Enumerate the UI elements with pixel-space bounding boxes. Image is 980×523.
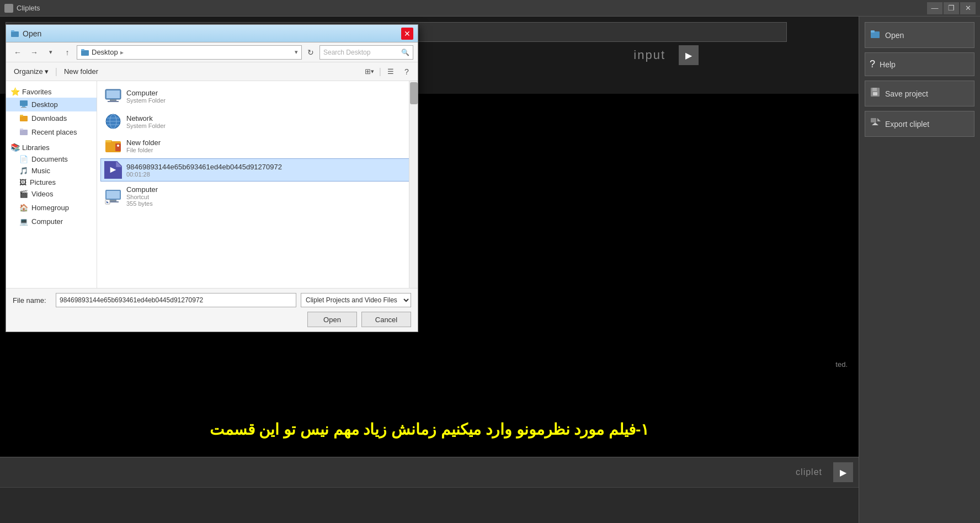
svg-rect-41 xyxy=(871,118,876,122)
file-item-video[interactable]: 98469893144e65b693461ed4eb0445d91270972 … xyxy=(100,158,414,182)
timeline-bar xyxy=(0,487,859,504)
help-button[interactable]: ? Help xyxy=(865,52,974,76)
input-label: input xyxy=(633,48,665,62)
svg-rect-40 xyxy=(873,92,877,95)
favorites-star-icon: ⭐ xyxy=(10,87,20,96)
file-name: Computer xyxy=(126,185,158,194)
toolbar-help-button[interactable]: ? xyxy=(400,65,413,78)
libraries-header[interactable]: 📚 Libraries xyxy=(6,141,97,153)
search-placeholder: Search Desktop xyxy=(323,49,370,56)
filetype-select[interactable]: Cliplet Projects and Video Files xyxy=(301,293,411,307)
file-list-scrollbar[interactable] xyxy=(409,81,418,288)
minimize-button[interactable]: — xyxy=(927,2,942,14)
svg-marker-43 xyxy=(872,122,878,125)
play-icon: ▶ xyxy=(685,50,692,61)
export-cliplet-button[interactable]: Export cliplet xyxy=(865,111,974,137)
computer-icon xyxy=(104,87,122,105)
open-label: Open xyxy=(885,31,904,40)
subtitle-bar: ۱-فیلم مورد نظرمونو وارد میکنیم زمانش زی… xyxy=(0,402,859,457)
cliplet-label: cliplet xyxy=(796,467,822,477)
svg-rect-13 xyxy=(106,90,120,98)
nav-item-music[interactable]: 🎵 Music xyxy=(6,165,97,177)
svg-rect-8 xyxy=(20,115,23,116)
bottom-area: cliplet ▶ xyxy=(0,457,859,523)
dropdown-button[interactable]: ▾ xyxy=(44,46,58,59)
save-label: Save project xyxy=(885,89,928,98)
open-folder-icon xyxy=(870,28,881,42)
maximize-button[interactable]: ❐ xyxy=(944,2,959,14)
up-button[interactable]: ↑ xyxy=(60,46,74,59)
nav-item-desktop[interactable]: Desktop xyxy=(6,98,97,111)
nav-item-downloads[interactable]: Downloads xyxy=(6,111,97,125)
favorites-header[interactable]: ⭐ Favorites xyxy=(6,86,97,98)
homegroup-icon: 🏠 xyxy=(19,204,28,212)
file-name: 98469893144e65b693461ed4eb0445d91270972 xyxy=(126,163,282,171)
new-folder-button[interactable]: New folder xyxy=(61,65,102,79)
svg-rect-4 xyxy=(20,100,28,106)
save-project-button[interactable]: Save project xyxy=(865,81,974,106)
svg-rect-39 xyxy=(872,88,877,91)
export-icon xyxy=(870,117,881,131)
back-button[interactable]: ← xyxy=(10,46,25,59)
file-item-new-folder[interactable]: New folder File folder xyxy=(100,134,414,157)
path-label: Desktop xyxy=(92,48,118,56)
dialog-open-button[interactable]: Open xyxy=(307,312,357,327)
nav-item-homegroup[interactable]: 🏠 Homegroup xyxy=(6,202,97,214)
app-window: Cliplets — ❐ ✕ input ▶ ted. xyxy=(0,0,980,523)
path-box[interactable]: Desktop ▸ ▾ xyxy=(77,45,302,60)
svg-marker-42 xyxy=(877,118,881,121)
svg-rect-23 xyxy=(111,141,112,142)
homegroup-label: Homegroup xyxy=(31,204,69,212)
filename-input[interactable] xyxy=(56,293,296,307)
nav-item-documents[interactable]: 📄 Documents xyxy=(6,153,97,165)
nav-panel: ⭐ Favorites xyxy=(6,81,97,288)
file-name: Network xyxy=(126,114,166,122)
file-meta: Shortcut xyxy=(126,194,158,200)
dialog-cancel-button[interactable]: Cancel xyxy=(361,312,411,327)
dialog-title-icon xyxy=(10,29,19,38)
nav-item-pictures[interactable]: 🖼 Pictures xyxy=(6,177,97,188)
dialog-bottom: File name: Cliplet Projects and Video Fi… xyxy=(6,288,418,332)
view-button[interactable]: ⊞ ▾ xyxy=(363,65,377,78)
videos-icon: 🎬 xyxy=(19,190,28,198)
help-label: Help xyxy=(880,60,896,69)
downloads-icon xyxy=(19,113,28,124)
input-play-button[interactable]: ▶ xyxy=(679,45,699,65)
cliplet-play-button[interactable]: ▶ xyxy=(833,462,853,482)
svg-rect-6 xyxy=(21,107,26,108)
toolbar2-right: ⊞ ▾ | ☰ ? xyxy=(363,65,413,78)
details-button[interactable]: ☰ xyxy=(384,65,398,78)
pictures-icon: 🖼 xyxy=(19,178,26,186)
downloads-label: Downloads xyxy=(31,114,67,122)
video-icon xyxy=(104,161,122,179)
refresh-button[interactable]: ↻ xyxy=(304,46,317,59)
open-button[interactable]: Open xyxy=(865,22,974,48)
close-button[interactable]: ✕ xyxy=(960,2,976,14)
favorites-label: Favorites xyxy=(22,88,51,96)
svg-rect-5 xyxy=(22,106,25,107)
export-label: Export cliplet xyxy=(885,120,929,129)
organize-button[interactable]: Organize ▾ xyxy=(10,65,52,79)
nav-item-recent-places[interactable]: Recent places xyxy=(6,125,97,139)
help-icon: ? xyxy=(870,58,875,70)
dialog-actions: Open Cancel xyxy=(13,312,411,327)
video-status: ted. xyxy=(835,360,848,369)
search-icon: 🔍 xyxy=(401,49,409,56)
nav-item-videos[interactable]: 🎬 Videos xyxy=(6,188,97,200)
computer-section: 💻 Computer xyxy=(6,216,97,227)
nav-item-computer[interactable]: 💻 Computer xyxy=(6,216,97,227)
file-list-area: Computer System Folder xyxy=(97,81,418,288)
file-item-computer-partial[interactable]: Computer System Folder xyxy=(100,84,414,108)
file-item-computer-shortcut[interactable]: Computer Shortcut 355 bytes xyxy=(100,183,414,210)
path-dropdown-arrow[interactable]: ▾ xyxy=(295,49,298,56)
file-item-network[interactable]: Network System Folder xyxy=(100,110,414,133)
forward-button[interactable]: → xyxy=(27,46,41,59)
dialog-close-button[interactable]: ✕ xyxy=(401,28,413,40)
svg-rect-37 xyxy=(871,30,875,33)
app-title: Cliplets xyxy=(17,4,40,12)
file-meta: System Folder xyxy=(126,122,166,129)
organize-arrow: ▾ xyxy=(45,67,49,76)
scrollbar-thumb[interactable] xyxy=(410,82,418,104)
toolbar2-sep2: | xyxy=(379,67,381,77)
search-box[interactable]: Search Desktop 🔍 xyxy=(319,45,413,60)
